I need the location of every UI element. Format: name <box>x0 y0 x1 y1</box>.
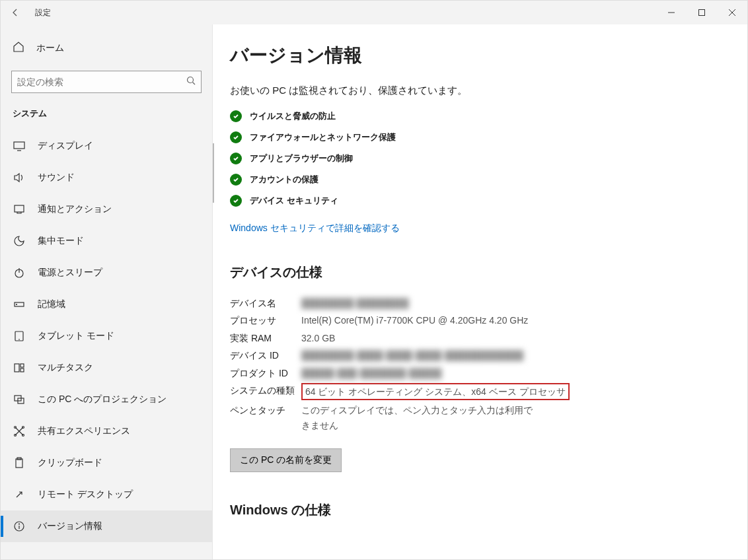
system-type-highlight: 64 ビット オペレーティング システム、x64 ベース プロセッサ <box>301 383 570 400</box>
spec-device-id: デバイス ID ████████-████-████-████-████████… <box>230 347 721 364</box>
tablet-icon <box>13 330 26 343</box>
check-icon <box>230 110 242 122</box>
check-icon <box>230 174 242 186</box>
nav-item-power[interactable]: 電源とスリープ <box>1 257 212 289</box>
close-button[interactable] <box>717 1 747 24</box>
nav-item-sound[interactable]: サウンド <box>1 162 212 193</box>
spec-processor: プロセッサ Intel(R) Core(TM) i7-7700K CPU @ 4… <box>230 312 721 329</box>
back-button[interactable] <box>1 1 30 24</box>
nav-label: ディスプレイ <box>38 140 93 152</box>
scroll-indicator <box>212 143 214 203</box>
security-check-row: アカウントの保護 <box>230 174 721 186</box>
spec-pen-touch: ペンとタッチ このディスプレイでは、ペン入力とタッチ入力は利用できません <box>230 402 721 434</box>
display-icon <box>13 139 26 153</box>
titlebar: 設定 <box>1 1 747 24</box>
check-label: ファイアウォールとネットワーク保護 <box>250 131 396 143</box>
nav-item-info[interactable]: バージョン情報 <box>1 510 212 542</box>
power-icon <box>13 266 26 279</box>
spec-product-id: プロダクト ID █████-███-███████-█████ <box>230 365 721 382</box>
svg-line-5 <box>193 83 196 85</box>
spec-system-type: システムの種類 64 ビット オペレーティング システム、x64 ベース プロセ… <box>230 382 721 402</box>
check-label: アカウントの保護 <box>250 174 318 186</box>
share-icon <box>13 425 26 438</box>
storage-icon <box>13 298 26 311</box>
home-label: ホーム <box>36 42 64 54</box>
main-panel: バージョン情報 お使いの PC は監視されており、保護されています。 ウイルスと… <box>212 24 747 559</box>
section-heading: システム <box>1 101 212 130</box>
svg-rect-15 <box>15 364 19 372</box>
search-icon <box>186 76 196 88</box>
device-spec-title: デバイスの仕様 <box>230 263 721 281</box>
nav-item-remote[interactable]: リモート デスクトップ <box>1 479 212 510</box>
nav-label: サウンド <box>38 172 75 184</box>
nav-label: 通知とアクション <box>38 203 112 215</box>
nav-label: リモート デスクトップ <box>38 489 133 501</box>
spec-device-name: デバイス名 ████████ ████████ <box>230 295 721 312</box>
security-link[interactable]: Windows セキュリティで詳細を確認する <box>230 223 400 234</box>
check-label: デバイス セキュリティ <box>250 195 338 207</box>
nav-label: マルチタスク <box>38 362 93 374</box>
check-label: アプリとブラウザーの制御 <box>250 153 353 164</box>
notification-icon <box>13 203 26 216</box>
svg-rect-1 <box>699 10 705 16</box>
nav-label: バージョン情報 <box>38 520 102 532</box>
security-check-row: デバイス セキュリティ <box>230 195 721 207</box>
svg-point-30 <box>19 524 20 524</box>
home-icon <box>13 41 24 55</box>
svg-rect-17 <box>20 368 24 372</box>
svg-rect-16 <box>20 364 24 367</box>
nav-item-clipboard[interactable]: クリップボード <box>1 447 212 479</box>
check-icon <box>230 153 242 164</box>
sound-icon <box>13 171 26 184</box>
nav-item-multitask[interactable]: マルチタスク <box>1 352 212 384</box>
window-title: 設定 <box>35 7 51 18</box>
svg-point-12 <box>17 304 17 305</box>
clipboard-icon <box>13 456 26 470</box>
maximize-button[interactable] <box>687 1 717 24</box>
security-check-row: アプリとブラウザーの制御 <box>230 153 721 164</box>
rename-pc-button[interactable]: この PC の名前を変更 <box>230 448 342 472</box>
windows-spec-title: Windows の仕様 <box>230 501 721 519</box>
window-controls <box>656 1 747 24</box>
nav-label: 共有エクスペリエンス <box>38 425 130 437</box>
svg-point-4 <box>188 77 194 83</box>
nav-label: クリップボード <box>38 457 102 469</box>
search-input[interactable] <box>17 77 186 87</box>
search-box[interactable] <box>11 71 202 93</box>
multitask-icon <box>13 361 26 374</box>
security-check-row: ウイルスと脅威の防止 <box>230 110 721 122</box>
nav-item-display[interactable]: ディスプレイ <box>1 130 212 162</box>
protection-heading: お使いの PC は監視されており、保護されています。 <box>230 83 507 98</box>
security-check-row: ファイアウォールとネットワーク保護 <box>230 131 721 143</box>
nav-item-projection[interactable]: この PC へのプロジェクション <box>1 384 212 415</box>
page-title: バージョン情報 <box>230 43 721 68</box>
nav-label: タブレット モード <box>38 330 114 342</box>
nav-label: 電源とスリープ <box>38 267 102 279</box>
projection-icon <box>13 393 26 406</box>
home-nav[interactable]: ホーム <box>1 35 212 61</box>
check-icon <box>230 131 242 143</box>
sidebar: ホーム システム ディスプレイサウンド通知とアクション集中モード電源とスリープ記… <box>1 24 212 559</box>
focus-icon <box>13 234 26 248</box>
nav-label: 集中モード <box>38 235 84 247</box>
spec-ram: 実装 RAM 32.0 GB <box>230 330 721 347</box>
svg-rect-8 <box>15 205 24 212</box>
minimize-button[interactable] <box>656 1 687 24</box>
nav-item-notification[interactable]: 通知とアクション <box>1 193 212 225</box>
check-icon <box>230 195 242 207</box>
nav-item-tablet[interactable]: タブレット モード <box>1 320 212 352</box>
remote-icon <box>13 488 26 501</box>
svg-rect-6 <box>14 142 24 149</box>
svg-rect-26 <box>16 459 22 468</box>
check-label: ウイルスと脅威の防止 <box>250 110 336 122</box>
nav-label: この PC へのプロジェクション <box>38 394 167 405</box>
nav-label: 記憶域 <box>38 298 65 310</box>
info-icon <box>13 520 26 533</box>
nav-item-storage[interactable]: 記憶域 <box>1 289 212 320</box>
nav-item-share[interactable]: 共有エクスペリエンス <box>1 415 212 447</box>
nav-item-focus[interactable]: 集中モード <box>1 225 212 257</box>
